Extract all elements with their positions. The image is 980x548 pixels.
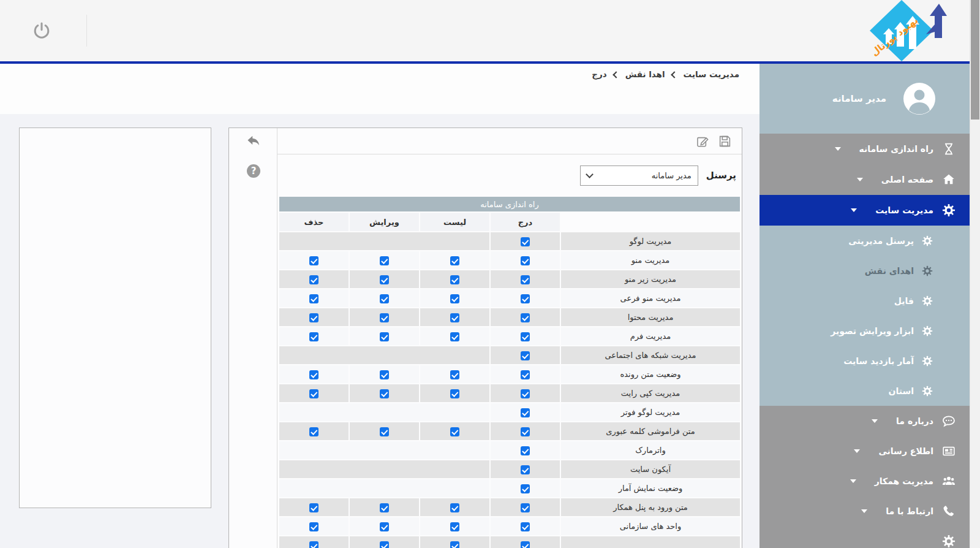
sidebar-item[interactable]: آمار بازدید سایت	[760, 346, 970, 376]
edit-icon	[696, 135, 709, 148]
permission-cell	[491, 327, 560, 345]
sidebar-item[interactable]: ارتباط با ما	[760, 496, 970, 526]
sidebar-item[interactable]: اطلاع رسانی	[760, 436, 970, 466]
permission-checkbox[interactable]	[450, 503, 459, 512]
sidebar-item[interactable]: استان	[760, 376, 970, 406]
permission-checkbox[interactable]	[521, 408, 530, 417]
permission-checkbox[interactable]	[521, 256, 530, 265]
permission-checkbox[interactable]	[521, 332, 530, 341]
permission-checkbox[interactable]	[521, 370, 530, 379]
permission-checkbox[interactable]	[380, 294, 389, 303]
permission-checkbox[interactable]	[521, 389, 530, 398]
permission-cell	[491, 441, 560, 459]
sidebar-item[interactable]: پرسنل مدیریتی	[760, 226, 970, 256]
permission-checkbox[interactable]	[309, 332, 318, 341]
permission-checkbox[interactable]	[450, 275, 459, 284]
sidebar-item[interactable]: درباره ما	[760, 406, 970, 436]
permission-checkbox[interactable]	[521, 446, 530, 455]
sidebar-item-label: فایل	[894, 296, 914, 306]
permission-checkbox[interactable]	[450, 370, 459, 379]
permission-checkbox[interactable]	[309, 313, 318, 322]
gear-icon	[922, 325, 933, 337]
sidebar-item-label: ارتباط با ما	[886, 506, 933, 516]
save-button[interactable]	[718, 135, 731, 148]
permission-cell	[350, 422, 419, 440]
permission-checkbox[interactable]	[450, 389, 459, 398]
permission-checkbox[interactable]	[380, 275, 389, 284]
permission-cell	[491, 308, 560, 326]
sidebar-item-label: راه اندازی سامانه	[859, 144, 933, 154]
permission-cell	[491, 498, 560, 516]
permission-checkbox[interactable]	[380, 427, 389, 436]
permission-checkbox[interactable]	[309, 541, 318, 548]
permission-cell	[279, 308, 349, 326]
power-button[interactable]	[32, 21, 51, 41]
permission-checkbox[interactable]	[521, 351, 530, 360]
sidebar-item[interactable]: فایل	[760, 286, 970, 316]
permission-checkbox[interactable]	[521, 503, 530, 512]
personnel-select[interactable]: مدیر سامانه	[580, 166, 698, 186]
gear-icon	[922, 295, 933, 306]
sidebar-section: مدیریت سایت	[760, 195, 970, 226]
sidebar-item[interactable]: اهدای نقش	[760, 256, 970, 286]
edit-button[interactable]	[696, 135, 709, 148]
sidebar-item[interactable]: ابزار ویرایش تصویر	[760, 316, 970, 346]
sidebar-item[interactable]: مدیریت سایت	[760, 195, 970, 226]
permission-checkbox[interactable]	[309, 503, 318, 512]
permission-checkbox[interactable]	[521, 275, 530, 284]
permission-checkbox[interactable]	[309, 275, 318, 284]
permission-checkbox[interactable]	[380, 256, 389, 265]
permission-checkbox[interactable]	[450, 294, 459, 303]
permission-checkbox[interactable]	[380, 503, 389, 512]
permission-checkbox[interactable]	[521, 427, 530, 436]
permission-checkbox[interactable]	[380, 370, 389, 379]
table-row: متن فراموشی کلمه عبوری	[279, 422, 740, 440]
permission-checkbox[interactable]	[450, 332, 459, 341]
permission-checkbox[interactable]	[380, 541, 389, 548]
sidebar-item[interactable]	[760, 526, 970, 548]
permission-checkbox[interactable]	[521, 484, 530, 493]
permission-checkbox[interactable]	[309, 389, 318, 398]
breadcrumb-item[interactable]: اهدا نقش	[625, 69, 665, 79]
chevron-down-icon	[850, 479, 856, 483]
permission-checkbox[interactable]	[309, 370, 318, 379]
permission-checkbox[interactable]	[380, 522, 389, 531]
permission-checkbox[interactable]	[309, 256, 318, 265]
permission-checkbox[interactable]	[380, 313, 389, 322]
permission-checkbox[interactable]	[380, 332, 389, 341]
newspaper-icon	[942, 444, 956, 458]
chevron-down-icon	[861, 509, 867, 513]
back-button[interactable]	[246, 134, 261, 149]
sidebar-item[interactable]: مدیریت همکار	[760, 466, 970, 496]
permission-checkbox[interactable]	[521, 237, 530, 246]
scrollbar-thumb[interactable]	[971, 0, 979, 120]
name-column-header	[561, 213, 740, 231]
breadcrumb-item[interactable]: مدیریت سایت	[684, 69, 739, 79]
permission-checkbox[interactable]	[450, 313, 459, 322]
sidebar-item[interactable]: راه اندازی سامانه	[760, 134, 970, 164]
top-header: بهبود پورتال	[0, 0, 980, 64]
permission-cell	[420, 327, 489, 345]
permission-checkbox[interactable]	[450, 541, 459, 548]
permission-checkbox[interactable]	[309, 294, 318, 303]
phone-icon	[942, 504, 956, 518]
permission-checkbox[interactable]	[521, 541, 530, 548]
permission-checkbox[interactable]	[521, 522, 530, 531]
permission-checkbox[interactable]	[380, 389, 389, 398]
table-row: مدیریت لوگو	[279, 232, 740, 250]
permission-checkbox[interactable]	[521, 294, 530, 303]
sidebar-item[interactable]: صفحه اصلی	[760, 164, 970, 195]
page-scrollbar[interactable]	[970, 0, 980, 548]
breadcrumb-item[interactable]: درج	[592, 69, 606, 79]
permission-name: مدیریت کپی رایت	[561, 384, 740, 402]
permission-checkbox[interactable]	[521, 313, 530, 322]
permission-checkbox[interactable]	[521, 465, 530, 474]
help-button[interactable]: ?	[247, 164, 260, 178]
permission-checkbox[interactable]	[450, 256, 459, 265]
permission-cell	[279, 251, 349, 269]
permission-checkbox[interactable]	[309, 522, 318, 531]
permission-checkbox[interactable]	[450, 427, 459, 436]
sidebar-profile[interactable]: مدیر سامانه	[760, 64, 970, 134]
permission-checkbox[interactable]	[450, 522, 459, 531]
permission-checkbox[interactable]	[309, 427, 318, 436]
